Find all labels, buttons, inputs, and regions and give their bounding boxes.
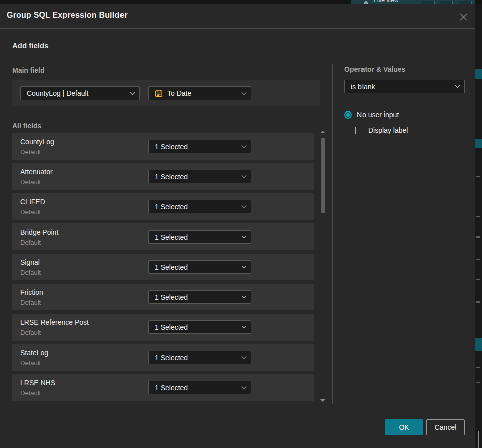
field-layer-name: Default (20, 299, 41, 306)
all-fields-list: CountyLog Default 1 Selected Attenuator … (12, 133, 314, 404)
operator-select[interactable]: is blank (344, 80, 465, 93)
field-layer-name: Default (20, 269, 41, 276)
background-fragment (475, 338, 482, 351)
toolbar-fragment-icon (422, 1, 435, 4)
field-selected-dropdown[interactable]: 1 Selected (148, 381, 251, 394)
background-fragment (476, 279, 480, 280)
field-selected-value: 1 Selected (155, 263, 242, 271)
field-selected-value: 1 Selected (155, 173, 242, 181)
toolbar-fragment-icon (440, 1, 453, 4)
scrollbar-down-arrow-icon[interactable] (320, 399, 325, 402)
chevron-down-icon (242, 173, 247, 178)
field-row: Friction Default 1 Selected (12, 284, 314, 310)
field-selected-value: 1 Selected (155, 233, 242, 241)
field-name: StateLog (20, 349, 48, 357)
display-label-label: Display label (368, 126, 408, 134)
operator-values-heading: Operator & Values (344, 65, 405, 73)
field-selected-dropdown[interactable]: 1 Selected (148, 290, 251, 304)
main-field-label: Main field (12, 66, 45, 74)
field-selected-value: 1 Selected (155, 384, 242, 392)
field-layer-name: Default (20, 208, 41, 216)
background-fragment (475, 69, 482, 79)
scrollbar-thumb[interactable] (321, 138, 325, 213)
radio-selected-icon (344, 111, 352, 119)
field-name: LRSE NHS (20, 379, 55, 387)
main-field-value: To Date (167, 89, 242, 97)
field-name: CLIFED (20, 198, 45, 206)
background-fragment (476, 259, 480, 260)
field-selected-dropdown[interactable]: 1 Selected (148, 260, 251, 274)
chevron-down-icon (242, 90, 247, 95)
calendar-icon (155, 89, 163, 97)
live-view-label: Live view (374, 0, 398, 4)
field-layer-name: Default (20, 359, 41, 367)
field-name: Bridge Point (20, 228, 58, 236)
field-name: Attenuator (20, 168, 53, 176)
field-selected-dropdown[interactable]: 1 Selected (148, 230, 251, 244)
main-field-select[interactable]: CountyLog | Default (20, 86, 140, 100)
close-icon[interactable] (457, 10, 470, 23)
chevron-down-icon (242, 354, 247, 359)
dialog-title: Group SQL Expression Builder (7, 11, 128, 20)
chevron-down-icon (242, 294, 247, 299)
field-layer-name: Default (20, 389, 41, 397)
scrollbar-up-arrow-icon[interactable] (320, 131, 325, 133)
background-fragment (476, 216, 480, 217)
cancel-button[interactable]: Cancel (426, 419, 465, 435)
field-row: LRSE Reference Post Default 1 Selected (12, 314, 314, 341)
field-selected-dropdown[interactable]: 1 Selected (148, 140, 251, 153)
background-fragment (476, 176, 480, 177)
field-layer-name: Default (20, 329, 41, 337)
all-fields-label: All fields (12, 122, 41, 130)
chevron-down-icon (242, 143, 247, 148)
display-label-checkbox[interactable]: Display label (355, 126, 408, 134)
field-name: LRSE Reference Post (20, 318, 89, 326)
chevron-down-icon (242, 384, 247, 389)
background-scrollbar (478, 431, 479, 448)
field-selected-dropdown[interactable]: 1 Selected (148, 170, 251, 183)
field-name: CountyLog (20, 138, 54, 146)
live-view-toggle: Live view (351, 0, 475, 4)
field-selected-dropdown[interactable]: 1 Selected (148, 200, 251, 213)
field-layer-name: Default (20, 148, 41, 156)
field-name: Friction (20, 288, 43, 296)
background-fragment (476, 236, 480, 238)
field-selected-value: 1 Selected (155, 143, 242, 151)
ok-button[interactable]: OK (385, 419, 423, 435)
toolbar-fragment-icon (459, 1, 472, 4)
dialog-header: Group SQL Expression Builder (0, 4, 475, 29)
main-field-value-select[interactable]: To Date (148, 86, 251, 100)
chevron-down-icon (242, 234, 247, 239)
field-selected-value: 1 Selected (155, 293, 242, 301)
panel-divider (332, 64, 333, 404)
field-layer-name: Default (20, 178, 41, 186)
field-row: LRSE NHS Default 1 Selected (12, 374, 314, 401)
field-row: Bridge Point Default 1 Selected (12, 223, 314, 250)
checkbox-unchecked-icon (355, 127, 363, 134)
chevron-down-icon (242, 203, 247, 208)
main-field-select-value: CountyLog | Default (27, 89, 131, 97)
background-fragment (476, 301, 480, 303)
field-selected-dropdown[interactable]: 1 Selected (148, 320, 251, 334)
chevron-down-icon (130, 90, 135, 95)
field-row: Signal Default 1 Selected (12, 254, 314, 280)
chevron-down-icon (242, 324, 247, 329)
field-layer-name: Default (20, 239, 41, 246)
no-user-input-radio[interactable]: No user input (344, 110, 399, 119)
field-row: CLIFED Default 1 Selected (12, 193, 314, 220)
screen: Live view Group SQL Expression Builder (0, 0, 482, 448)
field-selected-value: 1 Selected (155, 323, 242, 331)
field-selected-dropdown[interactable]: 1 Selected (148, 351, 251, 364)
field-selected-value: 1 Selected (155, 354, 242, 362)
add-fields-heading: Add fields (12, 41, 49, 50)
no-user-input-label: No user input (357, 110, 399, 119)
background-fragment (475, 139, 482, 148)
main-field-panel: CountyLog | Default To Date (12, 80, 320, 106)
field-row: Attenuator Default 1 Selected (12, 163, 314, 190)
chevron-down-icon (455, 83, 460, 88)
field-selected-value: 1 Selected (155, 203, 242, 211)
field-row: StateLog Default 1 Selected (12, 344, 314, 371)
field-row: CountyLog Default 1 Selected (12, 133, 314, 160)
chevron-down-icon (242, 264, 247, 269)
background-app-top-strip: Live view (0, 0, 482, 4)
